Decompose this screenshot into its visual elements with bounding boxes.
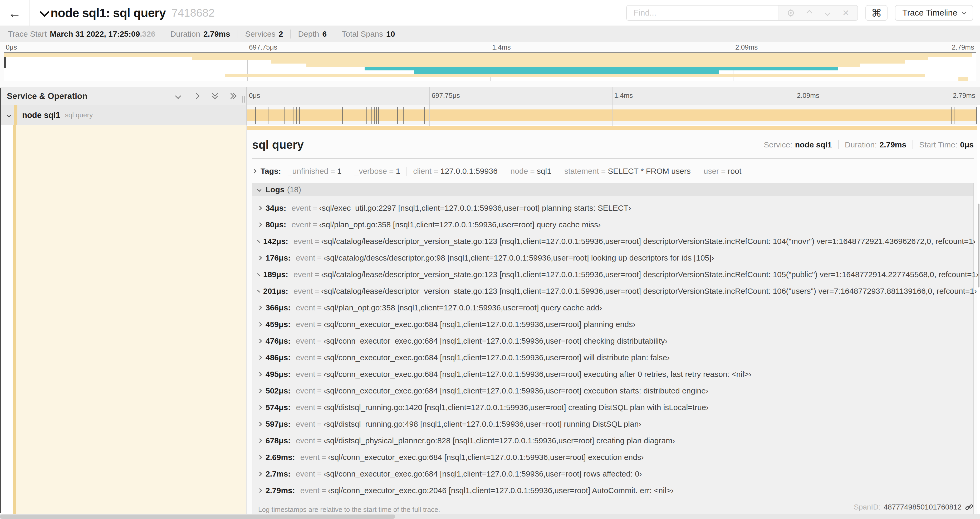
stat-item: Trace StartMarch 31 2022, 17:25:09.326 <box>8 30 156 38</box>
log-row[interactable]: 366μs:event=‹sql/plan_opt.go:358 [nsql1,… <box>252 299 974 316</box>
tag-item: user=root <box>704 167 741 176</box>
log-marker <box>268 107 269 124</box>
minimap-span-bar <box>192 57 928 60</box>
log-row[interactable]: 34μs:event=‹sql/exec_util.go:2297 [nsql1… <box>252 200 974 216</box>
log-row[interactable]: 2.79ms:event=‹sql/conn_executor_exec.go:… <box>252 482 974 499</box>
equals-sign: = <box>315 287 319 295</box>
log-marker <box>954 107 955 124</box>
tag-value: 127.0.0.1:59936 <box>441 167 498 176</box>
chevron-right-icon <box>257 240 260 243</box>
stat-value: 2 <box>279 30 283 38</box>
span-row-label[interactable]: node sql1 sql query <box>0 105 247 125</box>
ruler-tick-label: 2.79ms <box>952 43 974 51</box>
log-field-value: ‹sql/exec_util.go:2297 [nsql1,client=127… <box>319 204 631 212</box>
span-row: node sql1 sql query <box>0 105 980 125</box>
find-input[interactable] <box>627 6 778 20</box>
span-duration-bar[interactable] <box>247 109 977 121</box>
log-field-value: ‹sql/conn_executor_exec.go:684 [nsql1,cl… <box>323 386 708 395</box>
next-match-button[interactable] <box>821 6 834 19</box>
divider <box>697 167 697 176</box>
equals-sign: = <box>434 167 438 176</box>
log-field-value: ‹sql/conn_executor_exec.go:2046 [nsql1,c… <box>328 486 674 495</box>
equals-sign: = <box>317 370 322 379</box>
collapse-one-icon[interactable] <box>174 92 182 100</box>
vertical-scrollbar-thumb[interactable] <box>0 88 1 513</box>
log-marker <box>976 107 977 124</box>
minimap-span-bar <box>4 53 972 57</box>
right-scrollbar-thumb[interactable] <box>978 204 980 287</box>
chevron-right-icon <box>258 488 262 493</box>
command-icon: ⌘ <box>871 7 882 19</box>
span-row-track[interactable] <box>247 105 977 125</box>
log-row[interactable]: 678μs:event=‹sql/distsql_physical_planne… <box>252 432 974 449</box>
clear-find-button[interactable]: ✕ <box>839 6 853 19</box>
log-marker <box>371 107 372 124</box>
log-row[interactable]: 2.69ms:event=‹sql/conn_executor_exec.go:… <box>252 449 974 465</box>
collapse-all-icon[interactable] <box>211 92 219 100</box>
log-field-value: ‹sql/catalog/descs/descriptor.go:98 [nsq… <box>323 254 714 262</box>
column-resize-grip[interactable] <box>242 96 245 102</box>
log-row[interactable]: 597μs:event=‹sql/distsql_running.go:498 … <box>252 416 974 432</box>
tag-value: SELECT * FROM users <box>608 167 691 176</box>
overview-label: Start Time: <box>919 140 957 149</box>
expand-all-icon[interactable] <box>229 92 237 100</box>
log-row[interactable]: 495μs:event=‹sql/conn_executor_exec.go:6… <box>252 366 974 382</box>
horizontal-scrollbar-thumb[interactable] <box>0 514 395 519</box>
log-field-value: ‹sql/conn_executor_exec.go:684 [nsql1,cl… <box>323 337 668 345</box>
log-row[interactable]: 201μs:event=‹sql/catalog/lease/descripto… <box>252 283 974 299</box>
trace-collapse-icon[interactable] <box>40 7 49 17</box>
equals-sign: = <box>317 469 322 478</box>
equals-sign: = <box>721 167 726 176</box>
log-field-key: event <box>296 469 315 478</box>
equals-sign: = <box>601 167 606 176</box>
log-field-key: event <box>296 320 315 329</box>
log-field-value: ‹sql/catalog/lease/descriptor_version_st… <box>321 287 977 295</box>
span-detail-panel: sql query Service:node sql1Duration:2.79… <box>247 130 977 514</box>
log-row[interactable]: 176μs:event=‹sql/catalog/descs/descripto… <box>252 249 974 266</box>
logs-label: Logs <box>266 185 285 194</box>
chevron-down-icon <box>824 10 830 16</box>
stat-label: Total Spans <box>342 30 383 38</box>
log-row[interactable]: 80μs:event=‹sql/plan_opt.go:358 [nsql1,c… <box>252 216 974 233</box>
log-field-value: ‹sql/plan_opt.go:358 [nsql1,client=127.0… <box>319 220 601 229</box>
equals-sign: = <box>530 167 535 176</box>
equals-sign: = <box>317 420 322 428</box>
horizontal-scrollbar[interactable] <box>0 514 980 519</box>
back-button[interactable]: ← <box>0 0 30 26</box>
log-row[interactable]: 502μs:event=‹sql/conn_executor_exec.go:6… <box>252 382 974 399</box>
keyboard-shortcuts-button[interactable]: ⌘ <box>865 5 888 21</box>
trace-view-selector[interactable]: Trace Timeline <box>895 5 973 21</box>
timeline-collapse-controls <box>174 92 237 100</box>
logs-header[interactable]: Logs (18) <box>252 183 974 196</box>
log-row[interactable]: 459μs:event=‹sql/conn_executor_exec.go:6… <box>252 316 974 332</box>
log-marker <box>378 107 379 124</box>
focus-match-icon[interactable] <box>784 6 797 19</box>
minimap-span-bar <box>225 74 925 77</box>
log-row[interactable]: 574μs:event=‹sql/distsql_running.go:1420… <box>252 399 974 416</box>
minimap-span-bar <box>364 67 838 70</box>
log-timestamp: 176μs: <box>266 254 291 262</box>
prev-match-button[interactable] <box>803 6 816 19</box>
stat-item: Depth6 <box>298 30 327 38</box>
log-row[interactable]: 476μs:event=‹sql/conn_executor_exec.go:6… <box>252 332 974 349</box>
minimap-canvas[interactable] <box>4 52 976 81</box>
log-marker <box>366 107 367 124</box>
link-icon[interactable] <box>965 503 974 512</box>
log-row[interactable]: 189μs:event=‹sql/catalog/lease/descripto… <box>252 266 974 283</box>
expand-one-icon[interactable] <box>192 92 200 100</box>
tags-row[interactable]: Tags: _unfinished=1_verbose=1client=127.… <box>247 159 977 182</box>
log-row[interactable]: 2.7ms:event=‹sql/conn_executor_exec.go:6… <box>252 465 974 482</box>
equals-sign: = <box>315 270 319 279</box>
overview-label: Duration: <box>845 140 877 149</box>
timeline-minimap: 0μs697.75μs1.4ms2.09ms2.79ms <box>0 42 980 87</box>
equals-sign: = <box>315 237 319 246</box>
log-field-key: event <box>296 303 315 312</box>
log-field-key: event <box>300 453 320 462</box>
log-row[interactable]: 486μs:event=‹sql/conn_executor_exec.go:6… <box>252 349 974 366</box>
page-title: node sql1: sql query <box>51 6 166 20</box>
equals-sign: = <box>317 436 322 445</box>
log-timestamp: 142μs: <box>263 237 288 246</box>
chevron-right-icon <box>258 405 262 410</box>
log-row[interactable]: 142μs:event=‹sql/catalog/lease/descripto… <box>252 233 974 249</box>
tag-item: client=127.0.0.1:59936 <box>413 167 497 176</box>
